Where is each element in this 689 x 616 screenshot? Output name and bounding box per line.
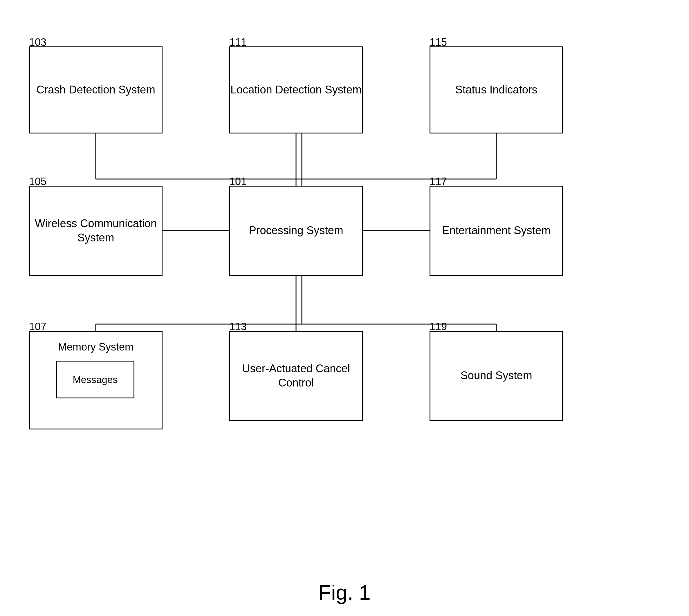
figure-caption: Fig. 1 xyxy=(318,580,371,604)
wireless-communication-box: Wireless Communication System xyxy=(29,186,163,276)
memory-system-box: Memory System Messages xyxy=(29,331,163,430)
user-actuated-box: User-Actuated Cancel Control xyxy=(229,331,363,421)
diagram: 103 111 115 105 101 117 107 109 113 119 … xyxy=(17,17,672,587)
location-detection-box: Location Detection System xyxy=(229,46,363,133)
status-indicators-box: Status Indicators xyxy=(430,46,563,133)
entertainment-system-box: Entertainment System xyxy=(430,186,563,276)
processing-system-box: Processing System xyxy=(229,186,363,276)
sound-system-box: Sound System xyxy=(430,331,563,421)
crash-detection-box: Crash Detection System xyxy=(29,46,163,133)
messages-box: Messages xyxy=(56,361,134,398)
